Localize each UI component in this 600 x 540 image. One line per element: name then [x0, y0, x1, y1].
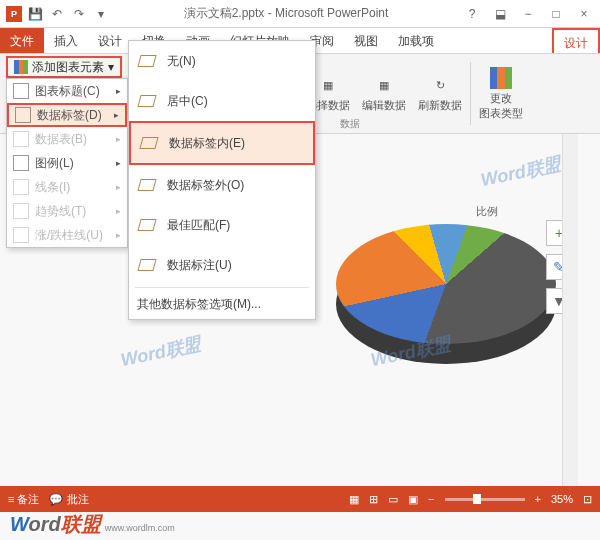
chevron-down-icon: ▾ [108, 60, 114, 74]
chevron-right-icon: ▸ [116, 182, 121, 192]
chevron-right-icon: ▸ [116, 230, 121, 240]
statusbar: ≡ 备注 💬 批注 ▦ ⊞ ▭ ▣ − + 35% ⊡ [0, 486, 600, 512]
view-slideshow-icon[interactable]: ▣ [408, 493, 418, 506]
undo-icon[interactable]: ↶ [48, 5, 66, 23]
save-icon[interactable]: 💾 [26, 5, 44, 23]
window-title: 演示文稿2.pptx - Microsoft PowerPoint [110, 5, 462, 22]
refresh-icon: ↻ [429, 74, 451, 96]
chart-element-icon [14, 60, 28, 74]
zoom-out-button[interactable]: − [428, 493, 434, 505]
callout-icon [137, 255, 157, 275]
ribbon-group-label: 数据 [340, 117, 360, 131]
submenu-none[interactable]: 无(N) [129, 41, 315, 81]
select-data-icon: ▦ [317, 74, 339, 96]
tab-design[interactable]: 设计 [88, 28, 132, 53]
data-labels-submenu: 无(N) 居中(C) 数据标签内(E) 数据标签外(O) 最佳匹配(F) 数据标… [128, 40, 316, 320]
menu-legend[interactable]: 图例(L)▸ [7, 151, 127, 175]
dropdown-icon[interactable]: ▾ [92, 5, 110, 23]
submenu-inside-end[interactable]: 数据标签内(E) [129, 121, 315, 165]
legend-icon [13, 155, 29, 171]
tab-insert[interactable]: 插入 [44, 28, 88, 53]
zoom-level[interactable]: 35% [551, 493, 573, 505]
chart-legend-label: 比例 [476, 204, 498, 219]
submenu-more-options[interactable]: 其他数据标签选项(M)... [129, 290, 315, 319]
window-controls: ? ⬓ − □ × [462, 7, 594, 21]
table-icon [13, 131, 29, 147]
menu-chart-title[interactable]: 图表标题(C)▸ [7, 79, 127, 103]
bars-icon [13, 227, 29, 243]
minimize-icon[interactable]: − [518, 7, 538, 21]
none-icon [137, 51, 157, 71]
chevron-right-icon: ▸ [116, 86, 121, 96]
edit-data-icon: ▦ [373, 74, 395, 96]
chevron-right-icon: ▸ [114, 110, 119, 120]
notes-button[interactable]: ≡ 备注 [8, 492, 39, 507]
view-normal-icon[interactable]: ▦ [349, 493, 359, 506]
submenu-best-fit[interactable]: 最佳匹配(F) [129, 205, 315, 245]
tab-file[interactable]: 文件 [0, 28, 44, 53]
close-icon[interactable]: × [574, 7, 594, 21]
outside-icon [137, 175, 157, 195]
view-reading-icon[interactable]: ▭ [388, 493, 398, 506]
center-icon [137, 91, 157, 111]
chevron-right-icon: ▸ [116, 206, 121, 216]
submenu-callout[interactable]: 数据标注(U) [129, 245, 315, 285]
maximize-icon[interactable]: □ [546, 7, 566, 21]
chevron-right-icon: ▸ [116, 158, 121, 168]
trend-icon [13, 203, 29, 219]
add-element-label: 添加图表元素 [32, 59, 104, 76]
lines-icon [13, 179, 29, 195]
zoom-in-button[interactable]: + [535, 493, 541, 505]
edit-data-button[interactable]: ▦ 编辑数据 [356, 58, 412, 129]
add-element-menu: 图表标题(C)▸ 数据标签(D)▸ 数据表(B)▸ 图例(L)▸ 线条(I)▸ … [6, 78, 128, 248]
submenu-center[interactable]: 居中(C) [129, 81, 315, 121]
change-chart-type-button[interactable]: 更改 图表类型 [473, 58, 529, 129]
menu-data-labels[interactable]: 数据标签(D)▸ [7, 103, 127, 127]
redo-icon[interactable]: ↷ [70, 5, 88, 23]
fit-window-icon[interactable]: ⊡ [583, 493, 592, 506]
title-icon [13, 83, 29, 99]
labels-icon [15, 107, 31, 123]
menu-lines: 线条(I)▸ [7, 175, 127, 199]
titlebar: P 💾 ↶ ↷ ▾ 演示文稿2.pptx - Microsoft PowerPo… [0, 0, 600, 28]
pie-chart[interactable] [336, 224, 556, 364]
menu-data-table: 数据表(B)▸ [7, 127, 127, 151]
refresh-data-button[interactable]: ↻ 刷新数据 [412, 58, 468, 129]
menu-updown-bars: 涨/跌柱线(U)▸ [7, 223, 127, 247]
chevron-right-icon: ▸ [116, 134, 121, 144]
help-icon[interactable]: ? [462, 7, 482, 21]
chart-type-icon [490, 67, 512, 89]
view-sorter-icon[interactable]: ⊞ [369, 493, 378, 506]
tab-addins[interactable]: 加载项 [388, 28, 444, 53]
zoom-slider[interactable] [445, 498, 525, 501]
inside-icon [139, 133, 159, 153]
slide-canvas[interactable]: 比例 [316, 134, 558, 486]
add-chart-element-button[interactable]: 添加图表元素 ▾ [6, 56, 122, 78]
quick-access-toolbar: P 💾 ↶ ↷ ▾ [6, 5, 110, 23]
vertical-scrollbar[interactable] [562, 134, 578, 486]
app-icon[interactable]: P [6, 6, 22, 22]
ribbon-toggle-icon[interactable]: ⬓ [490, 7, 510, 21]
watermark: Word联盟 [118, 332, 203, 372]
menu-trendline: 趋势线(T)▸ [7, 199, 127, 223]
brand-logo: Word联盟www.wordlm.com [10, 511, 175, 538]
comments-button[interactable]: 💬 批注 [49, 492, 88, 507]
tab-chart-design[interactable]: 设计 [552, 28, 600, 53]
bestfit-icon [137, 215, 157, 235]
tab-view[interactable]: 视图 [344, 28, 388, 53]
submenu-outside-end[interactable]: 数据标签外(O) [129, 165, 315, 205]
